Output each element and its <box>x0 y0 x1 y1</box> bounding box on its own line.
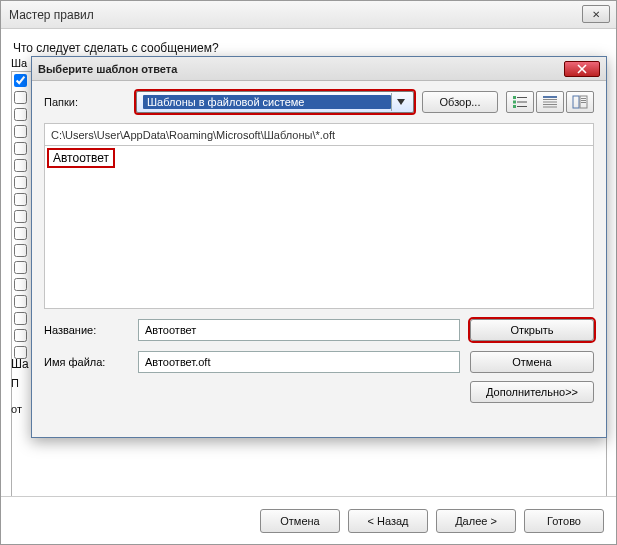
svg-rect-9 <box>543 96 557 98</box>
details-icon <box>542 95 558 109</box>
folders-combobox[interactable]: Шаблоны в файловой системе <box>136 91 414 113</box>
checklist-checkbox[interactable] <box>14 91 27 104</box>
outer-window-title: Мастер правил <box>9 8 94 22</box>
view-list-button[interactable] <box>506 91 534 113</box>
browse-button[interactable]: Обзор... <box>422 91 498 113</box>
view-buttons <box>506 91 594 113</box>
checklist-checkbox[interactable] <box>14 125 27 138</box>
checklist-checkbox[interactable] <box>14 295 27 308</box>
combo-dropdown-button[interactable] <box>391 93 409 111</box>
svg-rect-14 <box>573 96 579 108</box>
cancel-button[interactable]: Отмена <box>260 509 340 533</box>
filename-input[interactable] <box>138 351 460 373</box>
modal-titlebar: Выберите шаблон ответа <box>32 57 606 81</box>
svg-marker-2 <box>397 99 405 105</box>
checklist-checkbox[interactable] <box>14 329 27 342</box>
outer-close-button[interactable]: ✕ <box>582 5 610 23</box>
checklist-checkbox[interactable] <box>14 312 27 325</box>
checklist-checkbox[interactable] <box>14 261 27 274</box>
svg-rect-18 <box>581 102 586 103</box>
svg-rect-12 <box>543 104 557 105</box>
file-item-autoreply[interactable]: Автоответ <box>49 150 113 166</box>
checklist-checkbox[interactable] <box>14 108 27 121</box>
svg-rect-13 <box>543 107 557 108</box>
svg-rect-7 <box>513 105 516 108</box>
view-preview-button[interactable] <box>566 91 594 113</box>
view-details-button[interactable] <box>536 91 564 113</box>
list-icon <box>512 95 528 109</box>
modal-body: Папки: Шаблоны в файловой системе Обзор.… <box>32 81 606 413</box>
outer-titlebar: Мастер правил ✕ <box>1 1 616 29</box>
modal-cancel-button[interactable]: Отмена <box>470 351 594 373</box>
svg-rect-5 <box>513 101 516 104</box>
checklist-checkbox[interactable] <box>14 244 27 257</box>
close-icon: ✕ <box>592 9 600 20</box>
folders-label: Папки: <box>44 96 128 108</box>
open-button[interactable]: Открыть <box>470 319 594 341</box>
name-label: Название: <box>44 324 128 336</box>
svg-rect-11 <box>543 102 557 103</box>
modal-close-button[interactable] <box>564 61 600 77</box>
svg-rect-3 <box>513 96 516 99</box>
select-template-dialog: Выберите шаблон ответа Папки: Шаблоны в … <box>31 56 607 438</box>
svg-rect-6 <box>517 102 527 103</box>
checklist-checkbox[interactable] <box>14 74 27 87</box>
checklist-checkbox[interactable] <box>14 159 27 172</box>
rules-wizard-window: Мастер правил ✕ Что следует сделать с со… <box>0 0 617 545</box>
path-display: C:\Users\User\AppData\Roaming\Microsoft\… <box>44 123 594 145</box>
checklist-checkbox[interactable] <box>14 210 27 223</box>
finish-button[interactable]: Готово <box>524 509 604 533</box>
file-list-pane[interactable]: Автоответ <box>44 145 594 309</box>
svg-rect-16 <box>581 98 586 99</box>
wizard-footer: Отмена < Назад Далее > Готово <box>1 496 616 544</box>
advanced-button[interactable]: Дополнительно>> <box>470 381 594 403</box>
modal-title: Выберите шаблон ответа <box>38 63 177 75</box>
svg-rect-17 <box>581 100 586 101</box>
checklist-checkbox[interactable] <box>14 193 27 206</box>
filename-label: Имя файла: <box>44 356 128 368</box>
next-button[interactable]: Далее > <box>436 509 516 533</box>
svg-rect-8 <box>517 106 527 107</box>
svg-rect-4 <box>517 97 527 98</box>
checklist-checkbox[interactable] <box>14 227 27 240</box>
name-input[interactable] <box>138 319 460 341</box>
chevron-down-icon <box>397 99 405 105</box>
checklist-checkbox[interactable] <box>14 278 27 291</box>
checklist-checkbox[interactable] <box>14 142 27 155</box>
folders-selected-text: Шаблоны в файловой системе <box>143 95 391 109</box>
svg-rect-10 <box>543 99 557 100</box>
back-button[interactable]: < Назад <box>348 509 428 533</box>
checklist-checkbox[interactable] <box>14 176 27 189</box>
preview-icon <box>572 95 588 109</box>
close-icon <box>577 64 587 74</box>
